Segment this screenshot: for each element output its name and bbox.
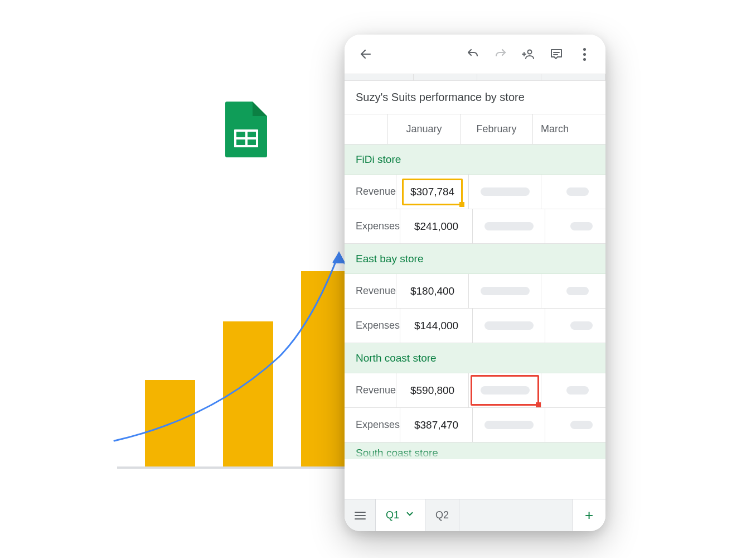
arrow-left-icon [359,47,372,61]
mobile-sheets-app: Suzy's Suits performance by store Januar… [345,35,605,531]
cell[interactable]: $180,400 [396,274,469,308]
placeholder-pill [484,222,534,230]
section-header-fidi[interactable]: FiDi store [345,145,605,175]
undo-button[interactable] [462,43,484,65]
all-sheets-menu-button[interactable] [345,499,376,531]
chevron-down-icon [405,509,415,522]
cell[interactable]: $387,470 [400,408,473,442]
redo-button[interactable] [490,43,512,65]
selection-outline-red [471,375,539,406]
placeholder-pill [481,287,530,295]
placeholder-pill [570,222,593,230]
sheet-tab-q1[interactable]: Q1 [376,499,425,531]
row-label[interactable]: Expenses [345,209,400,243]
column-header[interactable]: January [388,114,461,144]
column-gutter [345,74,605,81]
row-label[interactable]: Expenses [345,309,400,343]
sheet-tab-label: Q1 [386,509,399,521]
placeholder-pill [566,187,589,196]
cell[interactable] [541,175,605,209]
section-header-eastbay[interactable]: East bay store [345,244,605,274]
app-toolbar [345,35,605,74]
more-menu-button[interactable] [573,43,595,65]
sheet-tab-label: Q2 [435,509,449,521]
placeholder-pill [481,187,530,196]
google-sheets-icon [225,102,267,157]
row-label[interactable]: Revenue [345,175,396,209]
table-row: Revenue $590,800 [345,373,605,408]
cell[interactable] [541,373,605,407]
cell[interactable] [541,274,605,308]
cell[interactable]: $241,000 [400,209,473,243]
cell[interactable]: $144,000 [400,309,473,343]
chart-bar [145,380,195,466]
plus-icon: + [585,507,593,524]
placeholder-pill [570,421,593,429]
column-header[interactable]: February [461,114,533,144]
placeholder-pill [566,287,589,295]
sheets-grid-icon [234,129,258,147]
cell[interactable] [545,408,605,442]
table-row: Expenses $144,000 [345,309,605,343]
cell[interactable]: $590,800 [396,373,469,407]
comment-icon [550,47,563,61]
sheet-tab-bar: Q1 Q2 + [345,499,605,531]
cell-selected-yellow[interactable]: $307,784 [396,175,469,209]
cell[interactable] [469,274,541,308]
chart-bar [301,271,351,466]
cell-selected-red[interactable] [469,373,541,407]
placeholder-pill [566,386,589,395]
svg-point-2 [528,50,532,54]
add-person-button[interactable] [517,43,540,65]
cell[interactable] [473,408,545,442]
row-label[interactable]: Revenue [345,274,396,308]
svg-marker-0 [333,251,345,263]
sheet-title-cell[interactable]: Suzy's Suits performance by store [345,81,605,114]
back-button[interactable] [355,43,377,65]
cell[interactable] [545,209,605,243]
comment-button[interactable] [545,43,568,65]
section-header-northcoast[interactable]: North coast store [345,343,605,373]
table-row: Expenses $241,000 [345,209,605,244]
more-vertical-icon [583,48,586,61]
column-headers: January February March [345,114,605,145]
table-row: Revenue $307,784 [345,175,605,209]
section-header-southcoast-cut[interactable]: South coast store [345,442,605,459]
spreadsheet-body: Suzy's Suits performance by store Januar… [345,74,605,499]
illustration-bar-chart [117,246,351,469]
hamburger-icon [355,512,366,519]
undo-icon [466,47,479,61]
add-sheet-button[interactable]: + [572,499,605,531]
row-label[interactable]: Revenue [345,373,396,407]
chart-bar [223,321,273,466]
cell[interactable] [473,209,545,243]
cell[interactable] [473,309,545,343]
cell[interactable] [469,175,541,209]
chart-baseline [117,466,351,469]
person-add-icon [522,47,535,61]
placeholder-pill [484,421,534,429]
column-header[interactable]: March [533,114,605,144]
cell[interactable] [545,309,605,343]
table-row: Expenses $387,470 [345,408,605,442]
sheet-tab-q2[interactable]: Q2 [425,499,459,531]
redo-icon [494,47,507,61]
table-row: Revenue $180,400 [345,274,605,309]
placeholder-pill [570,321,593,330]
placeholder-pill [484,321,534,330]
row-label[interactable]: Expenses [345,408,400,442]
